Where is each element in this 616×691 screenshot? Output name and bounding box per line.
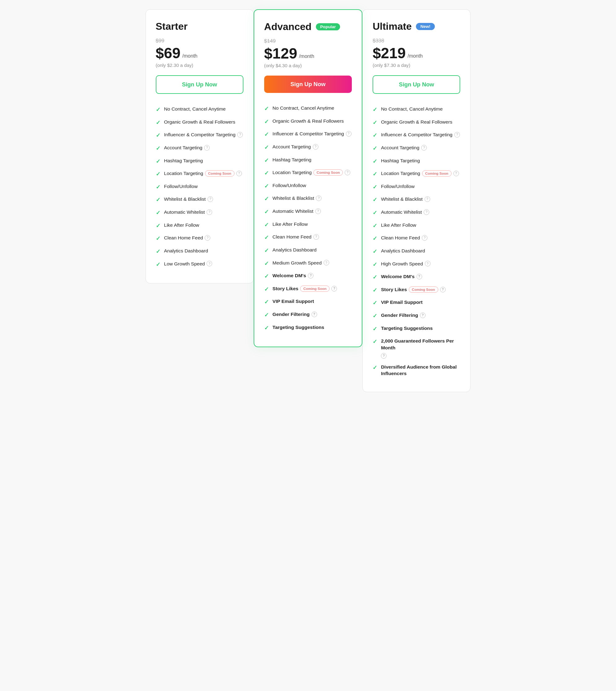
help-icon[interactable]: ? — [422, 235, 427, 241]
check-icon: ✓ — [156, 196, 160, 204]
feature-item: ✓Like After Follow — [264, 218, 352, 231]
help-icon[interactable]: ? — [316, 195, 322, 201]
price-daily: (only $7.30 a day) — [373, 63, 460, 68]
feature-item: ✓VIP Email Support — [264, 296, 352, 308]
feature-text: Account Targeting? — [164, 144, 210, 151]
feature-item: ✓Account Targeting? — [373, 142, 460, 155]
check-icon: ✓ — [373, 119, 377, 127]
help-icon[interactable]: ? — [454, 171, 459, 176]
plan-header: AdvancedPopular — [264, 21, 352, 33]
feature-text: Clean Home Feed? — [381, 235, 427, 241]
feature-text: Follow/Unfollow — [272, 182, 306, 189]
feature-text: Automatic Whitelist? — [381, 209, 429, 216]
check-icon: ✓ — [156, 170, 160, 178]
help-icon[interactable]: ? — [454, 132, 460, 137]
price-original: $149 — [264, 38, 352, 44]
check-icon: ✓ — [156, 248, 160, 256]
help-icon[interactable]: ? — [207, 196, 213, 202]
check-icon: ✓ — [264, 105, 269, 113]
help-icon[interactable]: ? — [345, 170, 350, 175]
signup-button-advanced[interactable]: Sign Up Now — [264, 75, 352, 93]
feature-text: VIP Email Support — [272, 298, 314, 305]
help-icon[interactable]: ? — [421, 145, 427, 151]
help-icon[interactable]: ? — [425, 196, 430, 202]
feature-text: Story LikesComing Soon? — [381, 286, 446, 293]
help-icon[interactable]: ? — [313, 234, 319, 240]
feature-item: ✓Story LikesComing Soon? — [373, 284, 460, 297]
feature-text: Hashtag Targeting — [272, 156, 312, 163]
feature-item: ✓Organic Growth & Real Followers — [264, 115, 352, 128]
help-icon[interactable]: ? — [417, 274, 422, 279]
feature-text: Location TargetingComing Soon? — [164, 170, 242, 177]
feature-text: Like After Follow — [381, 222, 416, 229]
check-icon: ✓ — [373, 274, 377, 281]
feature-item: ✓Follow/Unfollow — [156, 180, 243, 194]
plan-card-advanced: AdvancedPopular$149$129/month(only $4.30… — [254, 9, 362, 347]
feature-text: Clean Home Feed? — [164, 235, 211, 241]
help-icon[interactable]: ? — [236, 171, 242, 176]
price-row: $69/month — [156, 46, 243, 61]
help-icon[interactable]: ? — [425, 261, 431, 266]
features-list: ✓No Contract, Cancel Anytime✓Organic Gro… — [373, 103, 460, 380]
plan-card-starter: Starter$99$69/month(only $2.30 a day)Sig… — [146, 9, 254, 283]
coming-soon-badge: Coming Soon — [205, 170, 235, 176]
check-icon: ✓ — [373, 248, 377, 256]
help-icon[interactable]: ? — [204, 145, 210, 151]
feature-item: ✓Location TargetingComing Soon? — [264, 167, 352, 180]
feature-item: ✓High Growth Speed? — [373, 258, 460, 271]
signup-button-starter[interactable]: Sign Up Now — [156, 75, 243, 94]
check-icon: ✓ — [156, 222, 160, 230]
feature-text: Welcome DM's? — [272, 272, 314, 279]
check-icon: ✓ — [264, 260, 269, 267]
feature-text: No Contract, Cancel Anytime — [381, 106, 443, 112]
check-icon: ✓ — [373, 106, 377, 114]
help-icon[interactable]: ? — [440, 287, 446, 293]
help-icon[interactable]: ? — [315, 209, 321, 214]
feature-text: Organic Growth & Real Followers — [164, 118, 235, 126]
help-icon[interactable]: ? — [206, 261, 212, 266]
help-icon[interactable]: ? — [331, 286, 337, 291]
check-icon: ✓ — [156, 106, 160, 114]
feature-text: Analytics Dashboard — [272, 246, 316, 253]
help-icon[interactable]: ? — [420, 312, 425, 318]
check-icon: ✓ — [264, 298, 269, 306]
help-icon[interactable]: ? — [312, 311, 317, 317]
check-icon: ✓ — [264, 234, 269, 242]
feature-text: Automatic Whitelist? — [164, 209, 213, 216]
help-icon[interactable]: ? — [313, 144, 318, 150]
feature-text: Targeting Suggestions — [381, 325, 433, 332]
help-icon[interactable]: ? — [237, 132, 243, 137]
plan-title: Starter — [156, 21, 188, 32]
price-row: $219/month — [373, 46, 460, 61]
check-icon: ✓ — [373, 312, 377, 320]
feature-text: Like After Follow — [164, 222, 199, 229]
features-list: ✓No Contract, Cancel Anytime✓Organic Gro… — [264, 102, 352, 334]
check-icon: ✓ — [264, 195, 269, 203]
price-main: $129 — [264, 46, 297, 61]
help-icon[interactable]: ? — [308, 273, 313, 278]
feature-item: ✓VIP Email Support — [373, 296, 460, 309]
feature-item: ✓No Contract, Cancel Anytime — [264, 102, 352, 115]
feature-item: ✓Influencer & Competitor Targeting? — [264, 128, 352, 141]
feature-text: Analytics Dashboard — [164, 247, 208, 254]
check-icon: ✓ — [264, 311, 269, 319]
feature-text: Location TargetingComing Soon? — [272, 169, 350, 176]
plan-title: Advanced — [264, 21, 312, 33]
help-icon[interactable]: ? — [206, 209, 212, 215]
feature-item: ✓Influencer & Competitor Targeting? — [373, 129, 460, 142]
feature-text: Whitelist & Blacklist? — [381, 196, 430, 202]
signup-button-ultimate[interactable]: Sign Up Now — [373, 75, 460, 94]
feature-text: Organic Growth & Real Followers — [381, 118, 452, 126]
feature-item: ✓Welcome DM's? — [264, 270, 352, 283]
help-icon[interactable]: ? — [205, 235, 210, 241]
help-icon[interactable]: ? — [381, 353, 387, 359]
check-icon: ✓ — [373, 132, 377, 139]
help-icon[interactable]: ? — [324, 260, 329, 265]
feature-item: ✓Organic Growth & Real Followers — [156, 116, 243, 129]
help-icon[interactable]: ? — [424, 209, 429, 215]
check-icon: ✓ — [373, 145, 377, 152]
plan-card-ultimate: UltimateNew!$338$219/month(only $7.30 a … — [362, 9, 470, 392]
help-icon[interactable]: ? — [346, 131, 352, 136]
check-icon: ✓ — [156, 235, 160, 242]
feature-text: Influencer & Competitor Targeting? — [272, 130, 352, 137]
